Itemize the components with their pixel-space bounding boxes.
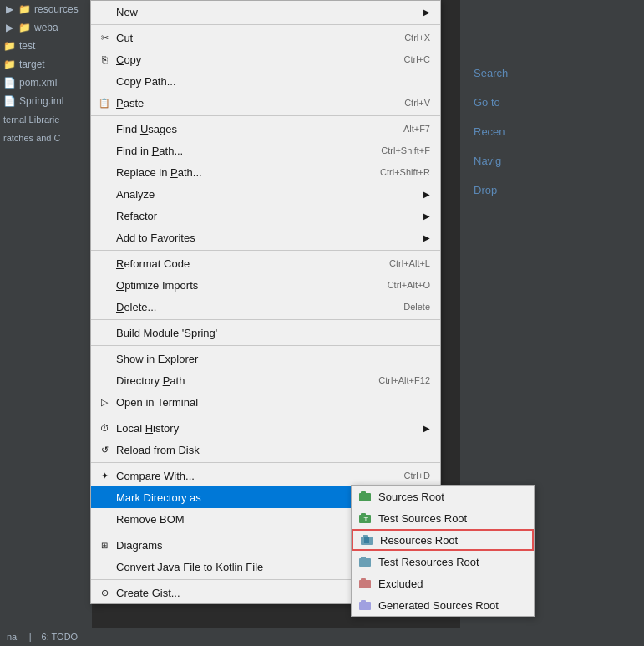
menu-item-local-history[interactable]: ⏱ Local History ▶: [91, 417, 440, 439]
menu-label-new: New: [116, 6, 417, 18]
shortcut-paste: Ctrl+V: [404, 98, 430, 108]
tree-label: target: [19, 58, 45, 70]
menu-item-refactor[interactable]: Refactor ▶: [91, 205, 440, 226]
tree-label: Spring.iml: [19, 95, 63, 107]
tree-item-test[interactable]: 📁 test: [0, 37, 92, 55]
menu-label-find-path: Find in Path...: [116, 145, 364, 157]
right-panel-drop: Drop: [474, 184, 631, 196]
menu-item-favorites[interactable]: Add to Favorites ▶: [91, 226, 440, 248]
right-panel-recent: Recen: [474, 125, 631, 138]
tree-item-scratches[interactable]: ratches and C: [0, 129, 92, 147]
submenu-item-test-resources-root[interactable]: Test Resources Root: [352, 551, 534, 572]
tree-item-target[interactable]: 📁 target: [0, 55, 92, 74]
arrow-icon: ▶: [423, 233, 430, 242]
convert-kotlin-icon: [98, 560, 111, 573]
analyze-icon: [98, 187, 111, 201]
menu-item-cut[interactable]: ✂ Cut Ctrl+X: [91, 27, 440, 48]
menu-item-replace-path[interactable]: Replace in Path... Ctrl+Shift+R: [91, 161, 440, 183]
shortcut-cut: Ctrl+X: [404, 33, 430, 43]
remove-bom-icon: [98, 512, 111, 526]
menu-item-analyze[interactable]: Analyze ▶: [91, 183, 440, 205]
menu-label-terminal: Open in Terminal: [116, 396, 430, 409]
submenu-item-test-sources-root[interactable]: T Test Sources Root: [352, 507, 534, 529]
tree-item-libraries[interactable]: ternal Librarie: [0, 110, 92, 129]
svg-rect-9: [361, 557, 366, 560]
expand-icon: ▶: [3, 3, 15, 15]
menu-label-refactor: Refactor: [116, 210, 417, 222]
menu-item-terminal[interactable]: ▷ Open in Terminal: [91, 391, 440, 413]
menu-item-reload[interactable]: ↺ Reload from Disk: [91, 439, 440, 460]
svg-rect-13: [361, 600, 366, 603]
optimize-icon: [98, 278, 111, 292]
arrow-icon: ▶: [423, 424, 430, 433]
paste-icon: 📋: [98, 96, 111, 109]
menu-label-delete: Delete...: [116, 301, 387, 313]
right-panel-navigate: Navig: [474, 155, 631, 167]
menu-item-copy-path[interactable]: Copy Path...: [91, 70, 440, 92]
menu-label-analyze: Analyze: [116, 188, 417, 201]
menu-item-reformat[interactable]: Reformat Code Ctrl+Alt+L: [91, 252, 440, 274]
submenu-item-generated-sources-root[interactable]: Generated Sources Root: [352, 594, 534, 616]
tree-item-spring[interactable]: 📄 Spring.iml: [0, 92, 92, 110]
tree-item-resources[interactable]: ▶ 📁 resources: [0, 0, 92, 18]
separator: [91, 24, 440, 25]
menu-label-favorites: Add to Favorites: [116, 231, 417, 244]
menu-item-dir-path[interactable]: Directory Path Ctrl+Alt+F12: [91, 369, 440, 391]
menu-item-delete[interactable]: Delete... Delete: [91, 296, 440, 318]
tree-label: pom.xml: [19, 77, 57, 89]
refactor-icon: [98, 209, 111, 222]
tree-item-pom[interactable]: 📄 pom.xml: [0, 74, 92, 92]
build-icon: [98, 326, 111, 339]
explorer-icon: [98, 352, 111, 365]
tree-label: weba: [34, 22, 58, 33]
menu-item-new[interactable]: New ▶: [91, 1, 440, 23]
shortcut-reformat: Ctrl+Alt+L: [389, 258, 430, 268]
resources-root-icon: [360, 534, 375, 546]
tree-item-weba[interactable]: ▶ 📁 weba: [0, 18, 92, 37]
bottom-bar-label: nal: [7, 632, 19, 642]
menu-label-dir-path: Directory Path: [116, 374, 362, 387]
arrow-icon: ▶: [423, 211, 430, 221]
sources-root-icon: [358, 491, 373, 502]
shortcut-optimize: Ctrl+Alt+O: [388, 280, 430, 290]
submenu-item-resources-root[interactable]: Resources Root: [352, 529, 534, 551]
shortcut-compare: Ctrl+D: [404, 471, 430, 481]
todo-label[interactable]: 6: TODO: [42, 632, 79, 642]
svg-text:T: T: [364, 516, 368, 523]
find-path-icon: [98, 144, 111, 157]
reformat-icon: [98, 257, 111, 270]
expand-icon: ▶: [3, 22, 15, 33]
dir-path-icon: [98, 374, 111, 387]
separator: [91, 319, 440, 320]
menu-item-compare[interactable]: ✦ Compare With... Ctrl+D: [91, 465, 440, 486]
new-icon: [98, 5, 111, 18]
separator: [91, 250, 440, 251]
shortcut-replace-path: Ctrl+Shift+R: [380, 167, 430, 177]
submenu-item-excluded[interactable]: Excluded: [352, 572, 534, 594]
menu-label-find-usages: Find Usages: [116, 123, 387, 135]
test-sources-root-icon: T: [358, 512, 373, 524]
submenu-label-sources-root: Sources Root: [378, 491, 524, 503]
menu-item-paste[interactable]: 📋 Paste Ctrl+V: [91, 92, 440, 114]
compare-icon: ✦: [98, 469, 111, 482]
menu-label-convert-kotlin: Convert Java File to Kotlin File: [116, 561, 347, 573]
menu-label-compare: Compare With...: [116, 470, 388, 482]
submenu-label-generated-sources-root: Generated Sources Root: [378, 599, 524, 612]
reload-icon: ↺: [98, 443, 111, 456]
menu-item-find-usages[interactable]: Find Usages Alt+F7: [91, 118, 440, 140]
submenu-item-sources-root[interactable]: Sources Root: [352, 486, 534, 507]
menu-item-build[interactable]: Build Module 'Spring': [91, 322, 440, 343]
menu-item-optimize[interactable]: Optimize Imports Ctrl+Alt+O: [91, 274, 440, 296]
shortcut-dir-path: Ctrl+Alt+F12: [378, 375, 430, 385]
generated-sources-root-icon: [358, 599, 373, 611]
arrow-icon: ▶: [423, 8, 430, 17]
separator: [91, 415, 440, 415]
diagrams-icon: ⊞: [98, 538, 111, 552]
menu-item-find-path[interactable]: Find in Path... Ctrl+Shift+F: [91, 140, 440, 161]
menu-item-copy[interactable]: ⎘ Copy Ctrl+C: [91, 48, 440, 70]
shortcut-find-usages: Alt+F7: [403, 124, 430, 134]
menu-label-optimize: Optimize Imports: [116, 279, 371, 292]
menu-item-show-explorer[interactable]: Show in Explorer: [91, 348, 440, 369]
tree-label: resources: [34, 3, 79, 15]
right-panel-goto: Go to: [474, 96, 631, 109]
